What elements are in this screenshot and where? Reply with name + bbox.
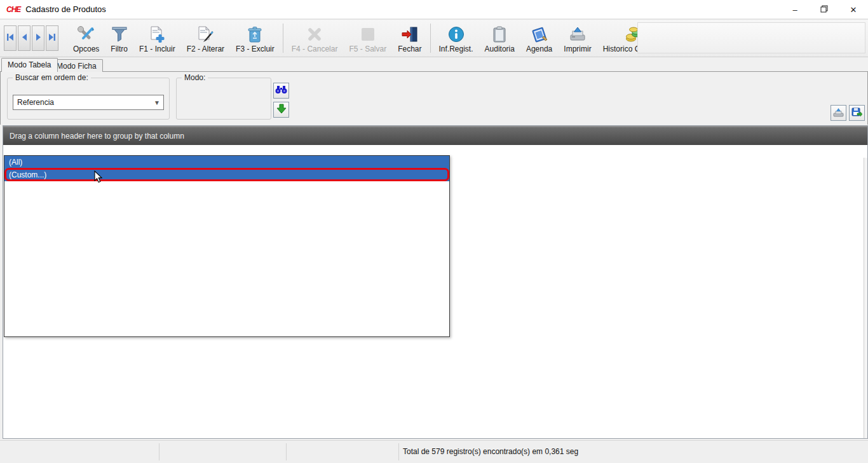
toolbar-button-label: F5 - Salvar <box>349 45 386 53</box>
order-groupbox: Buscar em ordem de: Referencia ▼ <box>7 78 170 120</box>
search-button[interactable] <box>273 83 289 99</box>
restore-button[interactable] <box>810 0 839 19</box>
fechar-button[interactable]: Fechar <box>392 22 427 55</box>
previous-arrow-icon <box>22 34 27 43</box>
title-bar: CHE Cadastro de Produtos – ✕ <box>0 0 868 19</box>
toolbar-separator <box>283 24 283 53</box>
printer-icon <box>833 107 844 119</box>
nav-next-button[interactable] <box>32 25 44 51</box>
status-divider <box>159 443 159 460</box>
doc-add-icon <box>148 25 166 44</box>
mode-groupbox: Modo: <box>176 78 271 120</box>
tab-modo-tabela[interactable]: Modo Tabela <box>1 58 58 72</box>
toolbar-button-label: Agenda <box>526 45 552 53</box>
cancel-x-icon <box>307 25 322 44</box>
tab-modo-ficha[interactable]: Modo Ficha <box>50 59 103 72</box>
tools-icon <box>78 25 95 44</box>
app-logo: CHE <box>6 5 20 14</box>
order-group-label: Buscar em ordem de: <box>13 73 91 82</box>
first-arrow-icon <box>6 34 14 43</box>
toolbar-button-label: F4 - Cancelar <box>292 45 338 53</box>
f2-alterar-button[interactable]: F2 - Alterar <box>181 22 230 55</box>
status-divider <box>286 443 287 460</box>
toolbar-button-label: Inf.Regist. <box>439 45 473 53</box>
toolbar-button-label: Filtro <box>111 45 128 53</box>
export-save-button[interactable] <box>849 105 865 121</box>
toolbar-button-label: Auditoria <box>485 45 515 53</box>
record-count-text: Total de 579 registro(s) encontrado(s) e… <box>403 447 578 456</box>
imprimir-button[interactable]: Imprimir <box>558 22 597 55</box>
toolbar-button-label: F2 - Alterar <box>187 45 224 53</box>
door-exit-icon <box>401 25 419 44</box>
toolbar: OpcoesFiltroF1 - IncluirF2 - AlterarF3 -… <box>0 19 868 57</box>
toolbar-button-label: F1 - Incluir <box>139 45 175 53</box>
f5-salvar-button[interactable]: F5 - Salvar <box>343 22 392 55</box>
last-arrow-icon <box>48 34 56 43</box>
green-down-arrow-icon <box>276 104 287 116</box>
order-combobox[interactable]: Referencia ▼ <box>13 95 164 110</box>
book-icon <box>530 25 549 44</box>
toolbar-button-label: Imprimir <box>564 45 591 53</box>
load-results-button[interactable] <box>273 102 289 118</box>
f1-incluir-button[interactable]: F1 - Incluir <box>133 22 181 55</box>
print-grid-button[interactable] <box>831 105 846 121</box>
auditoria-button[interactable]: Auditoria <box>479 22 520 55</box>
order-combobox-value: Referencia <box>13 98 151 107</box>
minimize-button[interactable]: – <box>780 0 810 19</box>
restore-icon <box>820 5 828 15</box>
vertical-scrollbar[interactable] <box>864 158 867 438</box>
toolbar-separator <box>430 24 431 53</box>
nav-last-button[interactable] <box>46 25 58 51</box>
tab-strip: Modo Tabela Modo Ficha <box>0 58 868 72</box>
close-button[interactable]: ✕ <box>839 0 868 19</box>
agenda-button[interactable]: Agenda <box>520 22 558 55</box>
info-icon <box>448 25 465 44</box>
clipboard-icon <box>492 25 507 44</box>
status-bar: Total de 579 registro(s) encontrado(s) e… <box>0 440 868 463</box>
column-filter-dropdown: (All) (Custom...) <box>4 155 450 337</box>
funnel-icon <box>111 25 128 44</box>
chevron-down-icon[interactable]: ▼ <box>151 95 163 109</box>
status-divider <box>398 443 399 460</box>
toolbar-button-label: Fechar <box>398 45 421 53</box>
toolbar-button-label: Opcoes <box>73 45 99 53</box>
f4-cancelar-button[interactable]: F4 - Cancelar <box>286 22 344 55</box>
filter-item-custom[interactable]: (Custom...) <box>4 168 449 181</box>
inf-regist-button[interactable]: Inf.Regist. <box>433 22 479 55</box>
disk-icon <box>360 25 376 44</box>
window-title: Cadastro de Produtos <box>25 4 105 14</box>
nav-previous-button[interactable] <box>18 25 31 51</box>
mode-group-label: Modo: <box>182 73 208 82</box>
toolbar-button-label: F3 - Excluir <box>236 45 275 53</box>
binoculars-icon <box>275 85 287 96</box>
save-export-icon <box>851 107 862 119</box>
nav-first-button[interactable] <box>4 25 17 51</box>
filtro-button[interactable]: Filtro <box>105 22 133 55</box>
opcoes-button[interactable]: Opcoes <box>67 22 105 55</box>
doc-edit-icon <box>196 25 214 44</box>
toolbar-empty-panel <box>637 22 865 53</box>
f3-excluir-button[interactable]: F3 - Excluir <box>230 22 280 55</box>
printer-icon <box>569 25 586 44</box>
next-arrow-icon <box>36 34 41 43</box>
group-by-bar[interactable]: Drag a column header here to group by th… <box>3 126 867 145</box>
trash-icon <box>247 25 262 44</box>
filter-item-all[interactable]: (All) <box>4 156 449 168</box>
search-panel: Buscar em ordem de: Referencia ▼ Modo: <box>0 72 868 125</box>
